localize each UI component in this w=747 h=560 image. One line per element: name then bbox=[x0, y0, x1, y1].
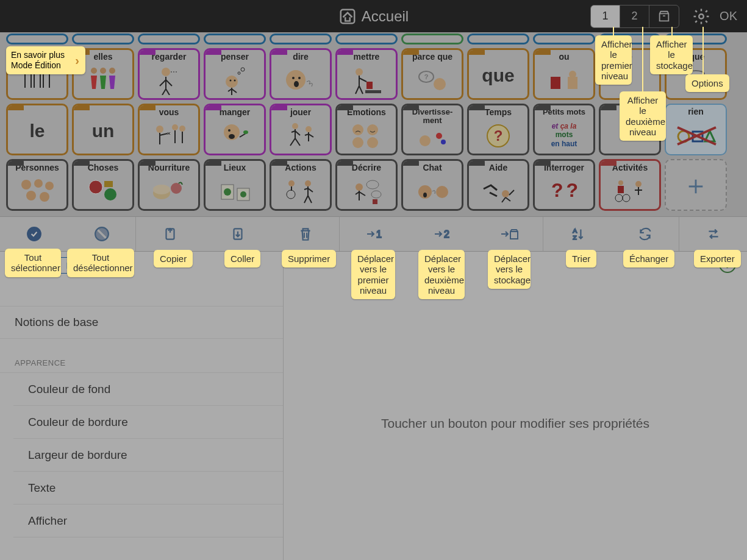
grid-cell-ou[interactable]: ou bbox=[533, 48, 595, 100]
tip-move2: Déplacer vers le deuxième niveau bbox=[418, 250, 465, 299]
grid-folder-divertissement[interactable]: Divertisse- ment bbox=[401, 104, 463, 155]
word-le: le bbox=[29, 121, 45, 141]
list-item[interactable]: Texte bbox=[13, 472, 283, 505]
tip-swap: Échanger bbox=[623, 250, 674, 268]
grid-folder-chat[interactable]: Chat bbox=[401, 159, 463, 211]
move-storage-button[interactable] bbox=[475, 217, 543, 251]
svg-point-40 bbox=[352, 137, 363, 148]
think-icon bbox=[220, 65, 250, 95]
swap-button[interactable] bbox=[611, 217, 679, 251]
grid-cell[interactable] bbox=[533, 34, 595, 44]
put-icon bbox=[348, 65, 385, 95]
svg-point-13 bbox=[241, 68, 245, 71]
list-item-basics[interactable]: Notions de base bbox=[0, 306, 283, 339]
grid-cell[interactable] bbox=[270, 34, 332, 44]
grid-cell-dire[interactable]: dire bbox=[270, 48, 332, 100]
svg-point-78 bbox=[423, 193, 427, 197]
learn-more-callout[interactable]: En savoir plus Mode Édition › bbox=[6, 46, 85, 74]
svg-point-74 bbox=[366, 180, 379, 189]
grid-folder-interroger[interactable]: Interroger? ? bbox=[533, 159, 595, 211]
food-icon bbox=[149, 176, 189, 205]
grid-cell-rien[interactable]: rien bbox=[665, 104, 727, 155]
sort-icon: AZ bbox=[570, 226, 585, 242]
grid-cell[interactable] bbox=[72, 34, 134, 44]
level-2-tab[interactable]: 2 bbox=[620, 5, 649, 27]
copy-button[interactable] bbox=[136, 217, 204, 251]
grid-folder-actions[interactable]: Actions bbox=[270, 159, 332, 211]
svg-text:?: ? bbox=[424, 73, 429, 80]
svg-point-73 bbox=[356, 183, 363, 191]
grid-cell[interactable] bbox=[204, 34, 266, 44]
delete-button[interactable] bbox=[271, 217, 339, 251]
grid-cell-parceque[interactable]: parce que? bbox=[401, 48, 463, 100]
svg-text:2: 2 bbox=[444, 229, 449, 239]
tip-copy: Copier bbox=[154, 250, 193, 268]
tip-options: Options bbox=[685, 74, 729, 92]
activities-icon bbox=[612, 177, 648, 204]
sort-button[interactable]: AZ bbox=[543, 217, 611, 251]
you-icon bbox=[151, 120, 187, 151]
grid-folder-activites[interactable]: Activités bbox=[599, 159, 661, 211]
grid-cell-manger[interactable]: manger bbox=[204, 104, 266, 155]
word-que: que bbox=[482, 65, 514, 86]
move-level2-button[interactable]: 2 bbox=[407, 217, 475, 251]
grid-folder-choses[interactable]: Choses bbox=[72, 159, 134, 211]
svg-rect-82 bbox=[618, 186, 624, 193]
svg-text:Z: Z bbox=[573, 234, 576, 241]
grid-cell[interactable] bbox=[138, 34, 200, 44]
deselect-all-button[interactable] bbox=[68, 217, 135, 251]
action-bar: 1 2 AZ bbox=[0, 216, 747, 252]
level-1-tab[interactable]: 1 bbox=[591, 5, 620, 27]
options-button[interactable] bbox=[690, 5, 712, 27]
tip-line bbox=[642, 27, 643, 93]
grid-folder-aide[interactable]: Aide bbox=[467, 159, 529, 211]
grid-cell[interactable] bbox=[401, 34, 463, 44]
grid-folder-nourriture[interactable]: Nourriture bbox=[138, 159, 200, 211]
list-item[interactable]: Couleur de bordure bbox=[13, 406, 283, 439]
grid-cell[interactable] bbox=[6, 34, 68, 44]
storage-tab[interactable] bbox=[649, 5, 679, 27]
grid-folder-personnes[interactable]: Personnes bbox=[6, 159, 68, 211]
grid-folder-emotions[interactable]: Émotions bbox=[335, 104, 398, 155]
export-button[interactable] bbox=[679, 217, 747, 251]
move-level1-button[interactable]: 1 bbox=[340, 217, 407, 251]
grid-folder-lieux[interactable]: Lieux bbox=[204, 159, 266, 211]
look-icon bbox=[154, 65, 184, 95]
list-item[interactable]: Largeur de bordure bbox=[13, 439, 283, 472]
svg-point-36 bbox=[292, 123, 298, 129]
chevron-right-icon: › bbox=[75, 53, 79, 68]
grid-cell-le[interactable]: le bbox=[6, 104, 68, 155]
export-icon bbox=[706, 226, 721, 242]
ok-button[interactable]: OK bbox=[720, 9, 737, 23]
select-all-button[interactable] bbox=[0, 217, 68, 251]
grid-cell-que[interactable]: que bbox=[467, 48, 529, 100]
svg-point-33 bbox=[228, 129, 231, 132]
svg-point-39 bbox=[367, 124, 378, 135]
add-cell-button[interactable] bbox=[665, 159, 727, 211]
grid-cell-mettre[interactable]: mettre bbox=[335, 48, 398, 100]
grid-folder-petitsmots[interactable]: Petits motset ça lamotsen haut bbox=[533, 104, 595, 155]
list-item[interactable]: Afficher bbox=[13, 505, 283, 537]
svg-text:?: ? bbox=[493, 127, 502, 144]
svg-point-6 bbox=[100, 68, 106, 74]
grid-cell-penser[interactable]: penser bbox=[204, 48, 266, 100]
grid-cell-regarder[interactable]: regarder bbox=[138, 48, 200, 100]
or-icon bbox=[546, 66, 582, 93]
level-segmented: 1 2 bbox=[590, 5, 679, 28]
grid-cell[interactable] bbox=[335, 34, 398, 44]
svg-point-35 bbox=[243, 130, 248, 134]
girls-icon bbox=[85, 65, 121, 95]
grid-cell-vous[interactable]: vous bbox=[138, 104, 200, 155]
time-icon: ? bbox=[482, 120, 515, 151]
grid-cell-jouer[interactable]: jouer bbox=[270, 104, 332, 155]
grid-cell[interactable] bbox=[467, 34, 529, 44]
svg-point-85 bbox=[635, 181, 642, 187]
svg-point-69 bbox=[240, 191, 246, 197]
grid-folder-decrire[interactable]: Décrire bbox=[335, 159, 398, 211]
paste-button[interactable] bbox=[204, 217, 271, 251]
list-item[interactable]: Couleur de fond bbox=[13, 373, 283, 406]
grid-cell-un[interactable]: un bbox=[72, 104, 134, 155]
grid-folder-temps[interactable]: Temps? bbox=[467, 104, 529, 155]
tip-level2: Afficher le deuxième niveau bbox=[620, 91, 666, 141]
top-bar: Accueil 1 2 OK bbox=[0, 0, 747, 32]
